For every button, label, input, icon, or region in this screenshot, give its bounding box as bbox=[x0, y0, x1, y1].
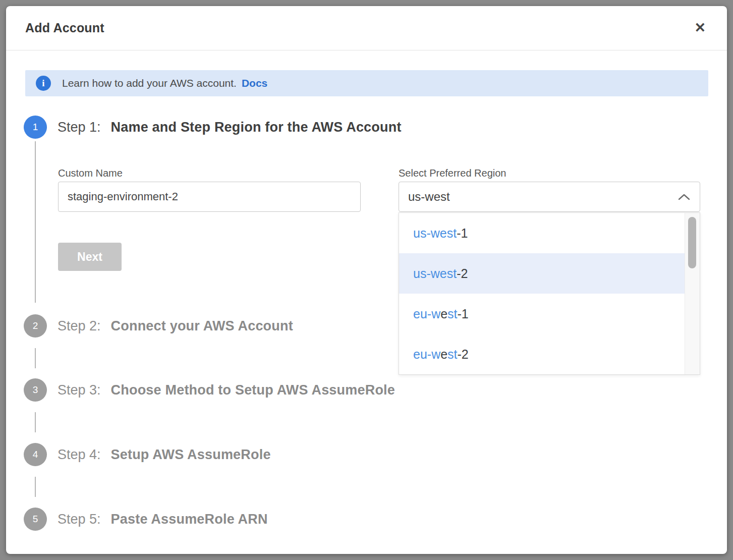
option-match-text: st bbox=[447, 347, 457, 361]
step-1-badge: 1 bbox=[24, 116, 47, 139]
option-rest-text: -1 bbox=[458, 307, 469, 321]
option-match-text: st bbox=[447, 307, 457, 321]
region-option-us-west-1[interactable]: us-west-1 bbox=[399, 213, 685, 253]
step-1-header[interactable]: 1 Step 1: Name and Step Region for the A… bbox=[24, 116, 402, 139]
option-match-text: us-west bbox=[413, 266, 457, 281]
step-connector bbox=[35, 141, 36, 303]
region-dropdown: us-west-1 us-west-2 eu-west-1 eu-west-2 bbox=[399, 212, 700, 375]
step-3-badge: 3 bbox=[24, 378, 47, 402]
docs-link[interactable]: Docs bbox=[242, 77, 267, 89]
step-5-title: Paste AssumeRole ARN bbox=[111, 512, 268, 527]
step-3-header[interactable]: 3 Step 3: Choose Method to Setup AWS Ass… bbox=[24, 378, 395, 402]
step-3-title: Choose Method to Setup AWS AssumeRole bbox=[111, 382, 395, 398]
chevron-up-icon bbox=[678, 193, 691, 201]
add-account-modal: Add Account ✕ i Learn how to add your AW… bbox=[6, 6, 727, 554]
step-4-label: Step 4: bbox=[58, 447, 101, 463]
region-option-list: us-west-1 us-west-2 eu-west-1 eu-west-2 bbox=[399, 213, 685, 374]
modal-header: Add Account ✕ bbox=[6, 6, 727, 50]
step-5-label: Step 5: bbox=[58, 512, 101, 527]
step-2-badge: 2 bbox=[24, 314, 47, 338]
info-icon: i bbox=[36, 76, 51, 91]
step-2-header[interactable]: 2 Step 2: Connect your AWS Account bbox=[24, 314, 293, 338]
region-select-value: us-west bbox=[408, 190, 450, 204]
option-rest-text: -2 bbox=[457, 266, 468, 281]
step-4-badge: 4 bbox=[24, 443, 47, 466]
step-1-label: Step 1: bbox=[58, 120, 101, 135]
region-option-eu-west-1[interactable]: eu-west-1 bbox=[399, 294, 685, 334]
option-match-text: eu-w bbox=[413, 347, 440, 361]
option-rest-text: e bbox=[440, 347, 447, 361]
step-connector bbox=[35, 477, 36, 497]
dropdown-scrollbar-thumb[interactable] bbox=[688, 217, 696, 268]
step-3-label: Step 3: bbox=[58, 382, 101, 398]
option-match-text: eu-w bbox=[413, 307, 440, 321]
step-2-label: Step 2: bbox=[58, 318, 101, 334]
option-rest-text: e bbox=[440, 307, 447, 321]
page-title: Add Account bbox=[25, 21, 104, 35]
step-1-title: Name and Step Region for the AWS Account bbox=[111, 120, 402, 135]
banner-text: Learn how to add your AWS account. bbox=[62, 77, 237, 89]
close-icon[interactable]: ✕ bbox=[692, 19, 708, 37]
option-rest-text: -1 bbox=[457, 226, 468, 240]
option-match-text: us-west bbox=[413, 226, 457, 240]
option-rest-text: -2 bbox=[458, 347, 469, 361]
region-option-eu-west-2[interactable]: eu-west-2 bbox=[399, 334, 685, 374]
step-4-header[interactable]: 4 Step 4: Setup AWS AssumeRole bbox=[24, 443, 271, 466]
next-button[interactable]: Next bbox=[58, 243, 122, 271]
step-connector bbox=[35, 412, 36, 432]
dropdown-scrollbar-track[interactable] bbox=[685, 213, 700, 374]
custom-name-input[interactable] bbox=[58, 182, 361, 212]
region-option-us-west-2[interactable]: us-west-2 bbox=[399, 253, 685, 294]
step-connector bbox=[35, 348, 36, 368]
region-select[interactable]: us-west bbox=[399, 182, 700, 212]
region-label: Select Preferred Region bbox=[399, 167, 506, 179]
step-5-badge: 5 bbox=[24, 508, 47, 531]
custom-name-label: Custom Name bbox=[58, 167, 123, 179]
step-5-header[interactable]: 5 Step 5: Paste AssumeRole ARN bbox=[24, 508, 268, 531]
step-2-title: Connect your AWS Account bbox=[111, 318, 293, 334]
step-4-title: Setup AWS AssumeRole bbox=[111, 447, 271, 463]
info-banner: i Learn how to add your AWS account. Doc… bbox=[25, 70, 708, 96]
